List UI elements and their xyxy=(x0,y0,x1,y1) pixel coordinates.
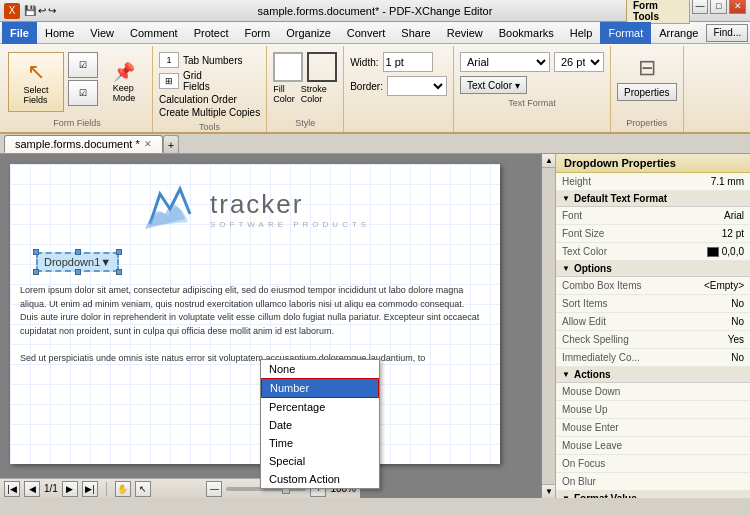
panel-row-allowedit: Allow Edit No xyxy=(556,313,750,331)
tab-document[interactable]: sample.forms.document * ✕ xyxy=(4,135,163,153)
tab-document-label: sample.forms.document * xyxy=(15,138,140,150)
grid-fields-btn[interactable]: ⊞ GridFields xyxy=(159,70,210,92)
keep-mode-btn[interactable]: 📌 KeepMode xyxy=(102,52,146,112)
prev-page-btn[interactable]: ◀ xyxy=(24,481,40,497)
vertical-scrollbar[interactable]: ▲ ▼ xyxy=(541,154,555,498)
body-paragraph-1: Lorem ipsum dolor sit amet, consectetur … xyxy=(20,284,480,338)
menu-protect[interactable]: Protect xyxy=(186,22,237,44)
hand-tool-btn[interactable]: ✋ xyxy=(115,481,131,497)
form-tools-label: Form Tools xyxy=(626,0,690,24)
menu-form[interactable]: Form xyxy=(237,22,279,44)
border-select[interactable] xyxy=(387,76,447,96)
menu-arrange[interactable]: Arrange xyxy=(651,22,706,44)
dropdown-option-special[interactable]: Special xyxy=(261,452,379,470)
scroll-up-btn[interactable]: ▲ xyxy=(542,154,555,168)
checkspelling-label: Check Spelling xyxy=(562,334,653,345)
text-format-label: Text Format xyxy=(460,98,604,108)
logo-area: tracker SOFTWARE PRODUCTS xyxy=(140,184,370,234)
menu-home[interactable]: Home xyxy=(37,22,82,44)
calc-order-btn[interactable]: Calculation Order xyxy=(159,94,237,105)
menu-format[interactable]: Format xyxy=(600,22,651,44)
dropdown-option-date[interactable]: Date xyxy=(261,416,379,434)
handle-br[interactable] xyxy=(116,269,122,275)
fill-color-preview xyxy=(273,52,303,82)
last-page-btn[interactable]: ▶| xyxy=(82,481,98,497)
dropdown-option-number[interactable]: Number xyxy=(261,378,379,398)
tools-group-label: Tools xyxy=(199,122,220,134)
document-page: tracker SOFTWARE PRODUCTS Dropdown1 ▼ xyxy=(10,164,500,464)
maximize-btn[interactable]: □ xyxy=(710,0,727,14)
scroll-down-btn[interactable]: ▼ xyxy=(542,484,555,498)
menu-convert[interactable]: Convert xyxy=(339,22,394,44)
properties-btn[interactable]: Properties xyxy=(617,83,677,101)
handle-tl[interactable] xyxy=(33,249,39,255)
font-family-select[interactable]: Arial xyxy=(460,52,550,72)
menu-comment[interactable]: Comment xyxy=(122,22,186,44)
panel-row-mouseenter: Mouse Enter xyxy=(556,419,750,437)
menu-file[interactable]: File xyxy=(2,22,37,44)
allowedit-label: Allow Edit xyxy=(562,316,653,327)
checkbox2-btn[interactable]: ☑ xyxy=(68,80,98,106)
close-btn[interactable]: ✕ xyxy=(729,0,746,14)
ribbon-group-properties: ⊟ Properties Properties xyxy=(611,46,684,132)
width-label: Width: xyxy=(350,57,378,68)
sortitems-label: Sort Items xyxy=(562,298,653,309)
font-size-select[interactable]: 26 pt xyxy=(554,52,604,72)
dropdown-option-percentage[interactable]: Percentage xyxy=(261,398,379,416)
section-default-text-label: Default Text Format xyxy=(574,193,667,204)
next-page-btn[interactable]: ▶ xyxy=(62,481,78,497)
find-btn[interactable]: Find... xyxy=(706,24,748,42)
panel-row-immediately: Immediately Co... No xyxy=(556,349,750,367)
select-tool-btn[interactable]: ↖ xyxy=(135,481,151,497)
form-fields-group-label: Form Fields xyxy=(53,118,101,130)
text-color-btn[interactable]: Text Color ▾ xyxy=(460,76,527,94)
menu-bookmarks[interactable]: Bookmarks xyxy=(491,22,562,44)
dropdown-arrow-icon: ▼ xyxy=(100,256,111,268)
panel-row-height: Height 7.1 mm xyxy=(556,173,750,191)
checkbox1-btn[interactable]: ☑ xyxy=(68,52,98,78)
comboitems-label: Combo Box Items xyxy=(562,280,653,291)
textcolor-label: Text Color xyxy=(562,246,653,257)
dropdown-field-label: Dropdown1 xyxy=(44,256,100,268)
dropdown-field-container[interactable]: Dropdown1 ▼ xyxy=(36,252,119,272)
dropdown-option-time[interactable]: Time xyxy=(261,434,379,452)
grid-fields-icon: ⊞ xyxy=(159,73,179,89)
handle-bl[interactable] xyxy=(33,269,39,275)
tab-new[interactable]: + xyxy=(163,135,179,153)
zoom-out-btn[interactable]: — xyxy=(206,481,222,497)
window-title: sample.forms.document* - PDF-XChange Edi… xyxy=(124,5,626,17)
create-copies-btn[interactable]: Create Multiple Copies xyxy=(159,107,260,118)
font-value: Arial xyxy=(653,210,744,221)
handle-bm[interactable] xyxy=(75,269,81,275)
grid-fields-label: GridFields xyxy=(183,70,210,92)
handle-tr[interactable] xyxy=(116,249,122,255)
first-page-btn[interactable]: |◀ xyxy=(4,481,20,497)
checkspelling-value: Yes xyxy=(653,334,744,345)
tab-numbers-btn[interactable]: 1 Tab Numbers xyxy=(159,52,242,68)
ribbon-group-font: Arial 26 pt Text Color ▾ Text Format xyxy=(454,46,611,132)
app-icon: X xyxy=(4,3,20,19)
menu-view[interactable]: View xyxy=(82,22,122,44)
select-fields-btn[interactable]: ↖ SelectFields xyxy=(8,52,64,112)
stroke-color-preview xyxy=(307,52,337,82)
handle-tm[interactable] xyxy=(75,249,81,255)
width-input[interactable] xyxy=(383,52,433,72)
dropdown-option-custom[interactable]: Custom Action xyxy=(261,470,379,488)
minimize-btn[interactable]: — xyxy=(692,0,709,14)
fontsize-label: Font Size xyxy=(562,228,653,239)
body-paragraph-2: Sed ut perspiciatis unde omnis iste natu… xyxy=(20,352,480,366)
dropdown-option-none[interactable]: None xyxy=(261,360,379,378)
title-bar: X 💾 ↩ ↪ sample.forms.document* - PDF-XCh… xyxy=(0,0,750,22)
action-dropdown-menu: None Number Percentage Date Time Special… xyxy=(260,359,380,489)
menu-organize[interactable]: Organize xyxy=(278,22,339,44)
menu-help[interactable]: Help xyxy=(562,22,601,44)
border-label: Border: xyxy=(350,81,383,92)
comboitems-value: <Empty> xyxy=(653,280,744,291)
scroll-track[interactable] xyxy=(542,168,555,484)
tab-close-btn[interactable]: ✕ xyxy=(144,139,152,149)
mousedown-label: Mouse Down xyxy=(562,386,653,397)
menu-review[interactable]: Review xyxy=(439,22,491,44)
sortitems-value: No xyxy=(653,298,744,309)
menu-share[interactable]: Share xyxy=(393,22,438,44)
quickaccess-toolbar[interactable]: 💾 ↩ ↪ xyxy=(24,5,56,16)
